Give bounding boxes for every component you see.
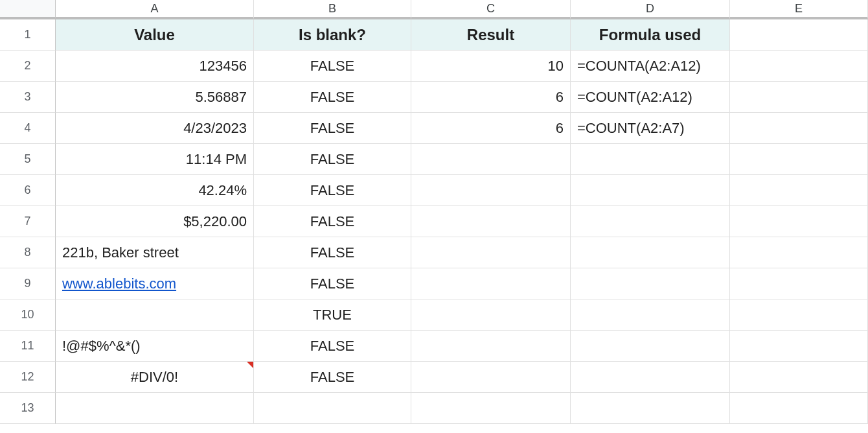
cell-B8[interactable]: FALSE [254, 237, 411, 268]
col-header-C[interactable]: C [411, 0, 571, 19]
cell-E12[interactable] [730, 362, 868, 393]
col-header-A[interactable]: A [56, 0, 254, 19]
cell-C10[interactable] [411, 299, 571, 331]
cell-B2[interactable]: FALSE [254, 51, 411, 82]
cell-E4[interactable] [730, 113, 868, 144]
cell-A6[interactable]: 42.24% [56, 175, 254, 206]
cell-C5[interactable] [411, 144, 571, 175]
cell-B12[interactable]: FALSE [254, 362, 411, 393]
col-header-B[interactable]: B [254, 0, 411, 19]
row-header-4[interactable]: 4 [0, 113, 56, 144]
cell-D3[interactable]: =COUNT(A2:A12) [571, 82, 730, 113]
cell-D2[interactable]: =COUNTA(A2:A12) [571, 51, 730, 82]
cell-D13[interactable] [571, 393, 730, 424]
row-header-8[interactable]: 8 [0, 237, 56, 268]
cell-C3[interactable]: 6 [411, 82, 571, 113]
cell-E2[interactable] [730, 51, 868, 82]
row-header-11[interactable]: 11 [0, 331, 56, 362]
cell-B13[interactable] [254, 393, 411, 424]
cell-A2[interactable]: 123456 [56, 51, 254, 82]
cell-C6[interactable] [411, 175, 571, 206]
cell-C13[interactable] [411, 393, 571, 424]
cell-B4[interactable]: FALSE [254, 113, 411, 144]
row-header-5[interactable]: 5 [0, 144, 56, 175]
cell-E11[interactable] [730, 331, 868, 362]
cell-D7[interactable] [571, 206, 730, 237]
row-header-6[interactable]: 6 [0, 175, 56, 206]
cell-C9[interactable] [411, 268, 571, 299]
cell-A13[interactable] [56, 393, 254, 424]
row-header-1[interactable]: 1 [0, 19, 56, 51]
cell-B7[interactable]: FALSE [254, 206, 411, 237]
cell-D8[interactable] [571, 237, 730, 268]
cell-E8[interactable] [730, 237, 868, 268]
select-all-corner[interactable] [0, 0, 56, 19]
cell-E9[interactable] [730, 268, 868, 299]
cell-E5[interactable] [730, 144, 868, 175]
cell-A11[interactable]: !@#$%^&*() [56, 331, 254, 362]
cell-E3[interactable] [730, 82, 868, 113]
cell-B11[interactable]: FALSE [254, 331, 411, 362]
cell-C7[interactable] [411, 206, 571, 237]
cell-D5[interactable] [571, 144, 730, 175]
cell-A5[interactable]: 11:14 PM [56, 144, 254, 175]
cell-B5[interactable]: FALSE [254, 144, 411, 175]
cell-C11[interactable] [411, 331, 571, 362]
row-header-10[interactable]: 10 [0, 299, 56, 331]
cell-E13[interactable] [730, 393, 868, 424]
cell-B10[interactable]: TRUE [254, 299, 411, 331]
cell-A3[interactable]: 5.56887 [56, 82, 254, 113]
cell-A4[interactable]: 4/23/2023 [56, 113, 254, 144]
col-header-D[interactable]: D [571, 0, 730, 19]
cell-A10[interactable] [56, 299, 254, 331]
spreadsheet-grid[interactable]: A B C D E 1 Value Is blank? Result Formu… [0, 0, 868, 424]
row-header-3[interactable]: 3 [0, 82, 56, 113]
cell-B6[interactable]: FALSE [254, 175, 411, 206]
cell-D4[interactable]: =COUNT(A2:A7) [571, 113, 730, 144]
row-header-7[interactable]: 7 [0, 206, 56, 237]
row-header-2[interactable]: 2 [0, 51, 56, 82]
cell-E10[interactable] [730, 299, 868, 331]
cell-A7[interactable]: $5,220.00 [56, 206, 254, 237]
cell-A12[interactable]: #DIV/0! [56, 362, 254, 393]
cell-D10[interactable] [571, 299, 730, 331]
cell-E1[interactable] [730, 19, 868, 51]
cell-A8[interactable]: 221b, Baker street [56, 237, 254, 268]
cell-B3[interactable]: FALSE [254, 82, 411, 113]
cell-C1[interactable]: Result [411, 19, 571, 51]
cell-D1[interactable]: Formula used [571, 19, 730, 51]
cell-C8[interactable] [411, 237, 571, 268]
cell-B9[interactable]: FALSE [254, 268, 411, 299]
row-header-9[interactable]: 9 [0, 268, 56, 299]
cell-A9[interactable]: www.ablebits.com [56, 268, 254, 299]
cell-E6[interactable] [730, 175, 868, 206]
cell-D9[interactable] [571, 268, 730, 299]
cell-A1[interactable]: Value [56, 19, 254, 51]
row-header-12[interactable]: 12 [0, 362, 56, 393]
col-header-E[interactable]: E [730, 0, 868, 19]
cell-D12[interactable] [571, 362, 730, 393]
cell-D6[interactable] [571, 175, 730, 206]
cell-D11[interactable] [571, 331, 730, 362]
cell-B1[interactable]: Is blank? [254, 19, 411, 51]
cell-C12[interactable] [411, 362, 571, 393]
cell-C2[interactable]: 10 [411, 51, 571, 82]
cell-C4[interactable]: 6 [411, 113, 571, 144]
cell-E7[interactable] [730, 206, 868, 237]
row-header-13[interactable]: 13 [0, 393, 56, 424]
